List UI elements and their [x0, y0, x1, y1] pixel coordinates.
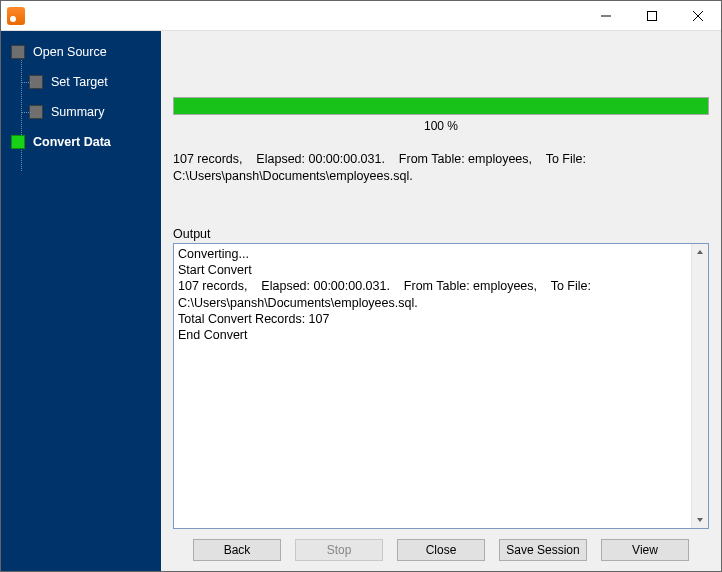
output-box [173, 243, 709, 529]
scroll-down-icon[interactable] [692, 511, 708, 528]
close-window-button[interactable] [675, 1, 721, 31]
app-icon [7, 7, 25, 25]
step-open-source[interactable]: Open Source [1, 37, 161, 67]
step-box-icon [11, 135, 25, 149]
progress-percent: 100 % [173, 119, 709, 133]
main-panel: 100 % 107 records, Elapsed: 00:00:00.031… [161, 31, 721, 571]
close-button[interactable]: Close [397, 539, 485, 561]
step-box-icon [11, 45, 25, 59]
output-scrollbar[interactable] [691, 244, 708, 528]
step-label: Convert Data [33, 135, 111, 149]
view-button[interactable]: View [601, 539, 689, 561]
progress-bar [173, 97, 709, 115]
step-convert-data[interactable]: Convert Data [1, 127, 161, 157]
step-label: Open Source [33, 45, 107, 59]
app-window: Open Source Set Target Summary Convert D… [0, 0, 722, 572]
back-button[interactable]: Back [193, 539, 281, 561]
save-session-button[interactable]: Save Session [499, 539, 587, 561]
svg-rect-0 [648, 11, 657, 20]
step-box-icon [29, 75, 43, 89]
output-label: Output [173, 227, 709, 241]
step-label: Summary [51, 105, 104, 119]
step-set-target[interactable]: Set Target [1, 67, 161, 97]
scroll-up-icon[interactable] [692, 244, 708, 261]
step-summary[interactable]: Summary [1, 97, 161, 127]
step-box-icon [29, 105, 43, 119]
titlebar [1, 1, 721, 31]
step-label: Set Target [51, 75, 108, 89]
conversion-summary: 107 records, Elapsed: 00:00:00.031. From… [173, 151, 709, 185]
maximize-button[interactable] [629, 1, 675, 31]
output-textarea[interactable] [174, 244, 691, 528]
wizard-button-row: Back Stop Close Save Session View [173, 539, 709, 561]
wizard-sidebar: Open Source Set Target Summary Convert D… [1, 31, 161, 571]
stop-button: Stop [295, 539, 383, 561]
minimize-button[interactable] [583, 1, 629, 31]
